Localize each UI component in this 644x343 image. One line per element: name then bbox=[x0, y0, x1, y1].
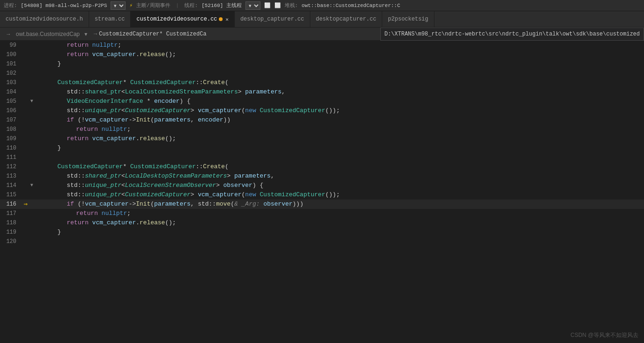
code-token: LocalScreenStreamObserver bbox=[125, 182, 216, 189]
code-token: vcm_capturer bbox=[198, 107, 242, 114]
nav-forward-button[interactable]: → bbox=[4, 30, 13, 38]
tab-customizedvideosource-h[interactable]: customizedvideosource.h bbox=[0, 11, 89, 27]
tab-desktopcapturer-cc[interactable]: desktopcapturer.cc bbox=[310, 11, 383, 27]
code-token: move bbox=[216, 200, 231, 207]
code-token: } bbox=[57, 144, 61, 151]
tab-stream-cc[interactable]: stream.cc bbox=[89, 11, 131, 27]
line-number-110: 110 bbox=[0, 143, 21, 153]
fold-button-99 bbox=[30, 41, 37, 50]
code-token: std bbox=[67, 182, 77, 189]
line-number-118: 118 bbox=[0, 218, 21, 228]
code-token: . bbox=[136, 219, 140, 226]
code-token: (! bbox=[74, 200, 85, 207]
code-token: ( bbox=[231, 200, 234, 207]
line-indicator-99 bbox=[21, 41, 30, 50]
process-value: [54808] m98-all-owl-p2p-P2PS bbox=[21, 3, 107, 8]
code-token: release bbox=[140, 135, 165, 142]
line-content-104: std::shared_ptr<LocalCustomizedStreamPar… bbox=[37, 87, 644, 97]
fold-button-114[interactable]: ▼ bbox=[30, 181, 37, 190]
line-number-109: 109 bbox=[0, 134, 21, 143]
fold-button-105[interactable]: ▼ bbox=[30, 97, 37, 106]
code-token: std bbox=[67, 88, 77, 95]
fold-button-107 bbox=[30, 115, 37, 125]
code-token: :: bbox=[77, 191, 85, 198]
line-content-100: return vcm_capturer.release(); bbox=[37, 50, 644, 59]
fold-button-112 bbox=[30, 162, 37, 172]
code-token: * bbox=[143, 98, 154, 105]
line-content-107: if (!vcm_capturer->Init(parameters, enco… bbox=[37, 115, 644, 125]
breadcrumb-nav: → owt.base.CustomizedCap ▾ bbox=[4, 30, 89, 38]
tab-p2psocketsig[interactable]: p2psocketsig bbox=[382, 11, 434, 27]
code-line-113: 113std::shared_ptr<LocalDesktopStreamPar… bbox=[0, 172, 644, 181]
line-content-112: CustomizedCapturer* CustomizedCapturer::… bbox=[37, 162, 644, 172]
code-token: :: bbox=[77, 172, 85, 179]
code-token: parameters bbox=[154, 116, 190, 123]
event-label: 主断/周期事件 bbox=[136, 2, 170, 9]
code-token: CustomizedCapturer bbox=[125, 107, 190, 114]
code-token: , bbox=[190, 116, 198, 123]
code-line-112: 112CustomizedCapturer* CustomizedCapture… bbox=[0, 162, 644, 172]
modified-indicator bbox=[219, 17, 223, 21]
code-token: < bbox=[121, 107, 125, 114]
code-token: ; bbox=[127, 126, 131, 133]
code-token: new bbox=[245, 107, 259, 114]
code-token: return bbox=[67, 42, 92, 49]
line-number-119: 119 bbox=[0, 228, 21, 237]
line-content-103: CustomizedCapturer* CustomizedCapturer::… bbox=[37, 78, 644, 87]
code-token: CustomizedCapturer bbox=[57, 79, 123, 86]
nav-dropdown-button[interactable]: ▾ bbox=[83, 30, 89, 38]
line-indicator-106 bbox=[21, 106, 30, 115]
code-line-117: 117return nullptr; bbox=[0, 209, 644, 218]
fold-button-104 bbox=[30, 87, 37, 97]
line-content-99: return nullptr; bbox=[37, 41, 644, 50]
thread-select[interactable]: ▾ bbox=[245, 1, 260, 10]
line-content-118: return vcm_capturer.release(); bbox=[37, 218, 644, 228]
line-number-102: 102 bbox=[0, 69, 21, 78]
line-indicator-108 bbox=[21, 125, 30, 134]
tab-label: desktop_capturer.cc bbox=[240, 16, 304, 22]
code-token: < bbox=[121, 191, 125, 198]
code-token: Init bbox=[136, 116, 150, 123]
tab-label: stream.cc bbox=[95, 16, 125, 22]
line-number-116: 116 bbox=[0, 200, 21, 209]
code-token: if bbox=[67, 200, 74, 207]
code-token: (); bbox=[165, 219, 176, 226]
code-token: } bbox=[57, 229, 61, 236]
close-tab-button[interactable]: ✕ bbox=[225, 16, 229, 22]
line-indicator-110 bbox=[21, 143, 30, 153]
process-select[interactable]: ▾ bbox=[111, 1, 126, 10]
code-token: parameters bbox=[154, 200, 190, 207]
code-token: ( bbox=[225, 163, 229, 170]
fold-button-102 bbox=[30, 69, 37, 78]
line-indicator-103 bbox=[21, 78, 30, 87]
nav-back-button[interactable]: owt.base.CustomizedCap bbox=[14, 30, 82, 38]
code-line-110: 110} bbox=[0, 143, 644, 153]
code-token: return bbox=[67, 219, 92, 226]
line-number-115: 115 bbox=[0, 190, 21, 200]
line-number-99: 99 bbox=[0, 41, 21, 50]
line-number-108: 108 bbox=[0, 125, 21, 134]
tab-desktop-capturer-cc[interactable]: desktop_capturer.cc bbox=[235, 11, 310, 27]
line-indicator-100 bbox=[21, 50, 30, 59]
code-token: :: bbox=[209, 200, 216, 207]
code-token: , bbox=[281, 88, 285, 95]
line-content-114: std::unique_ptr<LocalScreenStreamObserve… bbox=[37, 181, 644, 190]
code-token: (! bbox=[74, 116, 85, 123]
line-content-101: } bbox=[37, 59, 644, 69]
code-line-108: 108return nullptr; bbox=[0, 125, 644, 134]
tab-customizedvideosource-cc[interactable]: customizedvideosource.cc ✕ bbox=[131, 11, 234, 27]
code-token: -> bbox=[129, 200, 136, 207]
code-token: CustomizedCapturer bbox=[125, 191, 190, 198]
code-token: ; bbox=[127, 210, 131, 217]
code-content[interactable]: 99return nullptr;100return vcm_capturer.… bbox=[0, 41, 644, 343]
line-number-111: 111 bbox=[0, 153, 21, 162]
code-line-105: 105▼VideoEncoderInterface * encoder) { bbox=[0, 97, 644, 106]
stack-label: 堆栈: bbox=[285, 2, 298, 9]
line-number-105: 105 bbox=[0, 97, 21, 106]
code-token: unique_ptr bbox=[85, 107, 121, 114]
fold-button-116 bbox=[30, 200, 37, 209]
code-token: VideoEncoderInterface bbox=[67, 98, 143, 105]
tab-label: p2psocketsig bbox=[388, 16, 428, 22]
watermark: CSDN @等风来不如迎风去 bbox=[570, 331, 638, 339]
code-token: unique_ptr bbox=[85, 182, 121, 189]
